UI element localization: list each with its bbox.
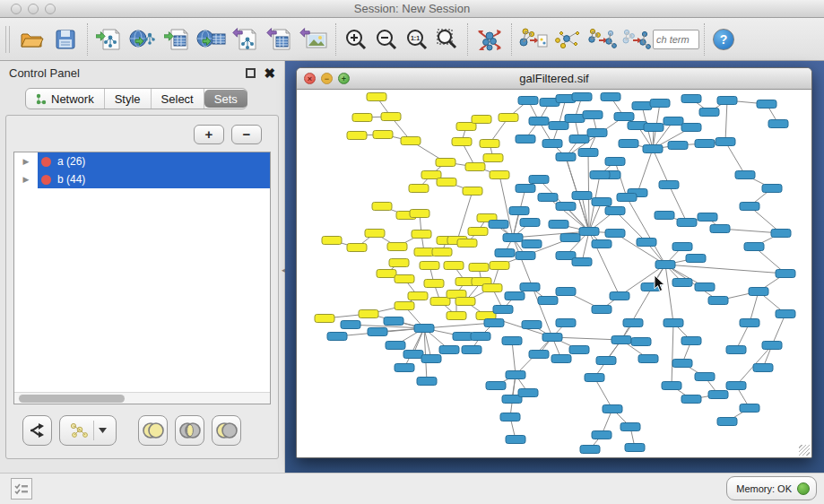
graph-node-yellow[interactable]	[468, 228, 488, 236]
graph-node-blue[interactable]	[695, 140, 715, 148]
graph-node-blue[interactable]	[740, 404, 759, 413]
graph-node-blue[interactable]	[677, 219, 697, 227]
graph-node-blue[interactable]	[662, 382, 681, 390]
graph-node-yellow[interactable]	[482, 284, 502, 292]
graph-node-blue[interactable]	[439, 346, 459, 354]
set-row[interactable]: ▶ a (26)	[14, 152, 270, 170]
graph-node-yellow[interactable]	[455, 298, 475, 306]
graph-node-yellow[interactable]	[401, 137, 421, 145]
graph-node-blue[interactable]	[659, 181, 679, 189]
graph-node-blue[interactable]	[632, 102, 652, 110]
horizontal-scrollbar[interactable]	[14, 392, 270, 404]
graph-node-blue[interactable]	[717, 418, 737, 426]
graph-node-blue[interactable]	[726, 346, 746, 354]
network-view-window[interactable]: × − + galFiltered.sif	[296, 67, 812, 458]
task-history-button[interactable]	[11, 478, 32, 500]
graph-node-blue[interactable]	[560, 234, 580, 242]
window-resize-grip[interactable]	[799, 445, 810, 456]
export-image-button[interactable]	[297, 22, 331, 57]
graph-node-blue[interactable]	[672, 243, 692, 251]
graph-node-yellow[interactable]	[490, 171, 509, 179]
graph-node-blue[interactable]	[695, 283, 715, 291]
search-input[interactable]	[653, 30, 699, 49]
graph-node-blue[interactable]	[503, 234, 523, 242]
import-network-url-button[interactable]	[126, 22, 160, 57]
graph-node-blue[interactable]	[518, 389, 538, 397]
graph-node-blue[interactable]	[726, 382, 746, 390]
graph-node-blue[interactable]	[655, 212, 674, 220]
graph-node-blue[interactable]	[572, 192, 592, 200]
graph-node-blue[interactable]	[506, 371, 525, 379]
graph-node-blue[interactable]	[681, 337, 701, 345]
graph-node-blue[interactable]	[484, 319, 504, 327]
graph-node-blue[interactable]	[489, 221, 508, 229]
graph-node-yellow[interactable]	[437, 178, 456, 187]
graph-node-yellow[interactable]	[414, 248, 434, 256]
float-panel-icon[interactable]	[246, 68, 256, 78]
graph-node-blue[interactable]	[601, 93, 620, 101]
new-network-from-selection-button[interactable]	[516, 22, 551, 57]
graph-node-blue[interactable]	[529, 176, 549, 184]
split-set-button[interactable]	[22, 415, 52, 446]
graph-node-yellow[interactable]	[424, 280, 444, 288]
graph-node-blue[interactable]	[421, 355, 441, 363]
graph-node-blue[interactable]	[403, 351, 423, 359]
graph-node-blue[interactable]	[520, 283, 540, 291]
import-table-url-button[interactable]	[195, 22, 229, 57]
graph-node-yellow[interactable]	[410, 210, 429, 218]
import-network-file-button[interactable]	[92, 22, 126, 57]
graph-node-yellow[interactable]	[490, 262, 509, 270]
graph-node-blue[interactable]	[672, 279, 692, 287]
graph-node-blue[interactable]	[695, 373, 715, 381]
graph-node-blue[interactable]	[556, 203, 576, 211]
graph-node-blue[interactable]	[578, 149, 598, 157]
graph-node-yellow[interactable]	[381, 113, 401, 121]
graph-node-blue[interactable]	[414, 325, 434, 333]
graph-node-blue[interactable]	[505, 292, 525, 300]
graph-node-blue[interactable]	[462, 346, 481, 354]
graph-node-blue[interactable]	[668, 142, 688, 150]
graph-node-blue[interactable]	[327, 333, 347, 341]
open-session-button[interactable]	[14, 22, 48, 57]
graph-node-blue[interactable]	[516, 185, 535, 193]
graph-node-blue[interactable]	[529, 351, 549, 359]
tab-sets[interactable]: Sets	[204, 90, 247, 108]
set-row[interactable]: ▶ b (44)	[14, 170, 270, 188]
graph-node-blue[interactable]	[605, 207, 625, 215]
graph-node-blue[interactable]	[753, 364, 773, 372]
help-button[interactable]: ?	[713, 29, 734, 50]
graph-node-blue[interactable]	[603, 405, 622, 413]
graph-node-blue[interactable]	[542, 334, 562, 342]
graph-node-blue[interactable]	[493, 306, 513, 314]
graph-node-blue[interactable]	[565, 115, 585, 123]
remove-set-button[interactable]: −	[231, 125, 262, 144]
graph-node-blue[interactable]	[605, 230, 625, 238]
tab-network[interactable]: Network	[26, 89, 105, 109]
close-panel-icon[interactable]: ✖	[264, 66, 275, 80]
graph-node-blue[interactable]	[583, 111, 603, 119]
graph-node-blue[interactable]	[740, 203, 759, 211]
graph-node-blue[interactable]	[579, 228, 599, 236]
zoom-out-button[interactable]	[371, 22, 402, 57]
graph-node-blue[interactable]	[631, 338, 651, 346]
graph-node-blue[interactable]	[495, 249, 515, 257]
select-first-neighbors-button[interactable]	[551, 22, 585, 57]
graph-node-yellow[interactable]	[447, 312, 466, 320]
expand-arrow-icon[interactable]: ▶	[14, 175, 38, 184]
graph-node-blue[interactable]	[538, 194, 558, 202]
graph-node-yellow[interactable]	[352, 114, 372, 122]
graph-node-blue[interactable]	[625, 444, 645, 452]
network-window-titlebar[interactable]: × − + galFiltered.sif	[297, 68, 811, 90]
graph-node-blue[interactable]	[538, 297, 558, 305]
graph-node-blue[interactable]	[605, 158, 625, 166]
graph-node-blue[interactable]	[619, 140, 638, 148]
graph-node-yellow[interactable]	[480, 140, 499, 148]
graph-node-blue[interactable]	[686, 255, 706, 263]
graph-node-yellow[interactable]	[452, 138, 472, 146]
graph-node-blue[interactable]	[681, 95, 701, 103]
graph-node-blue[interactable]	[655, 261, 675, 269]
graph-node-yellow[interactable]	[377, 270, 396, 278]
graph-node-yellow[interactable]	[359, 310, 378, 318]
graph-node-yellow[interactable]	[365, 230, 385, 238]
graph-node-blue[interactable]	[520, 219, 540, 227]
